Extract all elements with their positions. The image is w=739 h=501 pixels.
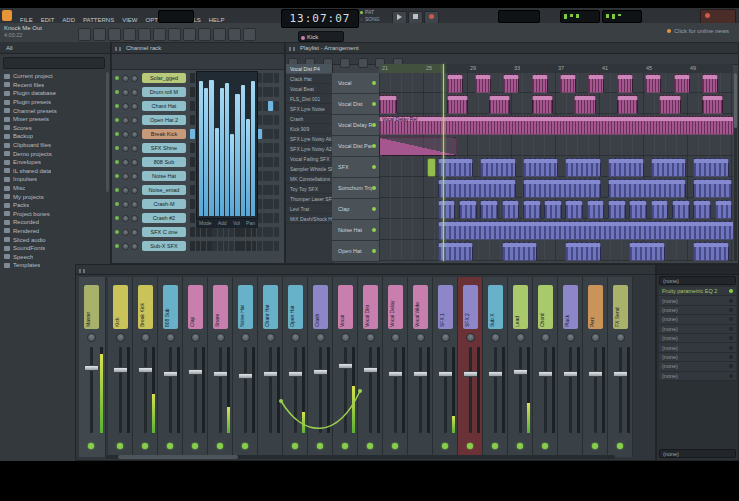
browser-item[interactable]: Impulses (0, 175, 104, 184)
playlist-clip[interactable] (523, 200, 541, 219)
channel-volume-knob[interactable] (131, 201, 138, 208)
graph-bar[interactable] (199, 81, 203, 216)
fx-slot-led[interactable] (729, 308, 733, 312)
channel-rack-title[interactable]: Channel rack (112, 43, 284, 54)
step-cell[interactable] (190, 199, 195, 209)
pattern-selector[interactable]: Kick (298, 31, 344, 42)
playlist-clip[interactable] (608, 158, 644, 177)
channel-mute-led[interactable] (115, 230, 119, 234)
strip-enable-led[interactable] (542, 443, 548, 449)
fx-slot-led[interactable] (729, 299, 733, 303)
channel-mute-led[interactable] (115, 202, 119, 206)
playlist-clip[interactable] (503, 74, 519, 93)
channel-button[interactable]: SFX Shine (142, 143, 186, 153)
audio-output-select[interactable]: (none) (659, 449, 736, 458)
playlist-clip[interactable] (565, 242, 601, 261)
fx-slot-led[interactable] (729, 289, 733, 293)
paint-tool-icon[interactable] (198, 28, 211, 41)
strip-enable-led[interactable] (567, 443, 573, 449)
track-mute-led[interactable] (372, 144, 376, 148)
channel-mute-led[interactable] (115, 146, 119, 150)
channel-pan-knob[interactable] (122, 201, 129, 208)
channel-button[interactable]: Crash #2 (142, 213, 186, 223)
step-cell[interactable] (263, 185, 268, 195)
playlist-scrollbar-thumb[interactable] (734, 73, 737, 128)
browser-item[interactable]: Clipboard files (0, 141, 104, 150)
zoom-tool-icon[interactable] (243, 28, 256, 41)
channel-mute-led[interactable] (115, 174, 119, 178)
step-cell[interactable] (268, 199, 273, 209)
playlist-clip[interactable] (672, 200, 690, 219)
channel-button[interactable]: Noise Hat (142, 171, 186, 181)
delete-tool-icon[interactable] (213, 28, 226, 41)
fader-handle[interactable] (563, 371, 578, 377)
step-cell[interactable] (218, 241, 223, 251)
step-cell[interactable] (274, 157, 279, 167)
step-cell[interactable] (252, 241, 257, 251)
strip-pan-knob[interactable] (591, 333, 600, 342)
track-mute-led[interactable] (372, 81, 376, 85)
fx-slot[interactable]: (none) (659, 296, 736, 305)
playlist-clip[interactable] (532, 74, 548, 93)
strip-enable-led[interactable] (167, 443, 173, 449)
fx-slot-led[interactable] (729, 374, 733, 378)
fader-handle[interactable] (163, 371, 178, 377)
step-cell[interactable] (257, 227, 262, 237)
step-cell[interactable] (268, 73, 273, 83)
channel-pan-knob[interactable] (122, 215, 129, 222)
playlist-clip[interactable] (574, 95, 595, 114)
strip-enable-led[interactable] (467, 443, 473, 449)
playlist-clip[interactable] (693, 179, 732, 198)
strip-enable-led[interactable] (592, 443, 598, 449)
step-cell[interactable] (207, 241, 212, 251)
fader-handle[interactable] (588, 371, 603, 377)
step-cell[interactable] (268, 129, 273, 139)
fader-handle[interactable] (413, 371, 428, 377)
playlist-clip[interactable] (502, 242, 538, 261)
fx-slot[interactable]: (none) (659, 353, 736, 362)
channel-volume-knob[interactable] (131, 229, 138, 236)
step-cell[interactable] (263, 199, 268, 209)
playlist-clip[interactable] (617, 74, 633, 93)
browser-item[interactable]: Misc (0, 184, 104, 193)
step-cell[interactable] (218, 227, 223, 237)
channel-mute-led[interactable] (115, 160, 119, 164)
playlist-clip[interactable] (447, 74, 463, 93)
draw-tool-icon[interactable] (183, 28, 196, 41)
track-header[interactable]: SFX (332, 157, 379, 178)
channel-volume-knob[interactable] (131, 117, 138, 124)
mixer-strip[interactable]: SFX 2 (458, 277, 483, 457)
step-cell[interactable] (224, 227, 229, 237)
countdown-icon[interactable] (123, 28, 136, 41)
step-cell[interactable] (268, 185, 273, 195)
step-cell[interactable] (263, 129, 268, 139)
step-cell[interactable] (252, 227, 257, 237)
step-cell[interactable] (268, 101, 273, 111)
channel-pan-knob[interactable] (122, 187, 129, 194)
playlist-grid[interactable]: Vocal Delay Rel (379, 73, 733, 261)
playlist-clip[interactable] (702, 95, 723, 114)
strip-enable-led[interactable] (442, 443, 448, 449)
channel-mute-led[interactable] (115, 90, 119, 94)
step-cell[interactable] (274, 199, 279, 209)
strip-enable-led[interactable] (217, 443, 223, 449)
step-cell[interactable] (190, 213, 195, 223)
channel-mute-led[interactable] (115, 76, 119, 80)
fx-slot[interactable]: (none) (659, 315, 736, 324)
mixer-strip[interactable]: Break Kick (133, 277, 158, 457)
browser-item[interactable]: Mixer presets (0, 115, 104, 124)
track-mute-led[interactable] (372, 102, 376, 106)
channel-button[interactable]: Sub-X SFX (142, 241, 186, 251)
fader-handle[interactable] (313, 369, 328, 375)
mixer-strip[interactable]: 808 Sub (158, 277, 183, 457)
browser-item[interactable]: Rendered (0, 227, 104, 236)
mixer-scrollbar[interactable] (106, 455, 615, 459)
strip-enable-led[interactable] (617, 443, 623, 449)
browser-item[interactable]: Sliced audio (0, 235, 104, 244)
playlist-clip[interactable] (645, 74, 661, 93)
step-cell[interactable] (196, 227, 201, 237)
step-cell[interactable] (212, 227, 217, 237)
strip-pan-knob[interactable] (366, 333, 375, 342)
graph-bar[interactable] (241, 85, 245, 216)
step-cell[interactable] (263, 157, 268, 167)
